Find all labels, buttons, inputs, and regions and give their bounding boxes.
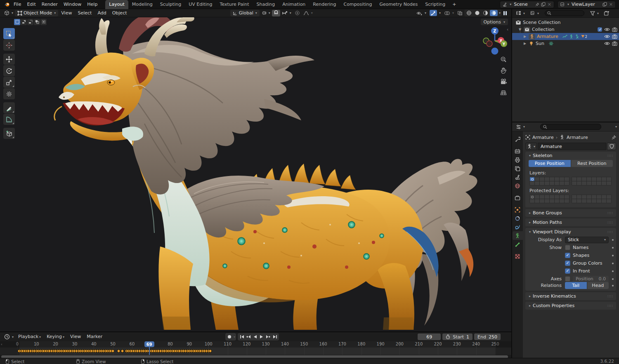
playhead[interactable]: 69 <box>144 341 154 347</box>
scene-name[interactable]: Scene <box>513 2 534 7</box>
layer-cell[interactable] <box>582 199 586 203</box>
disable-render-camera-icon[interactable] <box>612 27 617 32</box>
pivot-point-button[interactable]: ▾ <box>260 10 272 16</box>
camera-view-icon[interactable] <box>499 77 508 86</box>
layer-cell[interactable] <box>530 177 534 181</box>
drag-grip-icon[interactable]: ∷∷ <box>608 230 613 234</box>
workspace-tab-layout[interactable]: Layout <box>105 0 128 9</box>
shading-solid-button[interactable] <box>473 10 481 16</box>
proportional-falloff[interactable]: ▾ <box>302 10 314 16</box>
inverse-kinematics-section-header[interactable]: ▸Inverse Kinematics∷∷ <box>525 292 616 300</box>
layer-cell[interactable] <box>550 181 554 185</box>
transform-orientation[interactable]: Global ▾ <box>230 10 260 16</box>
workspace-tab-shading[interactable]: Shading <box>253 0 279 9</box>
timeline-menu-keying[interactable]: Keying▾ <box>44 332 67 342</box>
drag-grip-icon[interactable]: ∷∷ <box>608 304 613 308</box>
properties-options-dropdown[interactable]: ▾ <box>615 125 617 129</box>
drag-grip-icon[interactable]: ∷∷ <box>608 211 613 215</box>
layer-cell[interactable] <box>530 181 534 185</box>
close-icon[interactable]: × <box>609 2 613 7</box>
menu-help[interactable]: Help <box>84 0 100 9</box>
editor-type-button[interactable]: ▾ <box>2 10 15 16</box>
layer-cell[interactable] <box>565 195 569 199</box>
3d-viewport[interactable]: ▾ Object Mode ▾ ViewSelectAddObject Glob… <box>0 9 511 331</box>
outliner-search-input[interactable] <box>545 10 584 16</box>
layer-cell[interactable] <box>530 195 534 199</box>
animate-dot[interactable] <box>612 278 614 280</box>
scene-selector[interactable]: ▾ Scene × <box>500 1 554 8</box>
tab-tool[interactable] <box>513 135 523 143</box>
timeline-menu-playback[interactable]: Playback▾ <box>15 332 44 342</box>
layer-cell[interactable] <box>545 199 549 203</box>
layer-cell[interactable] <box>555 195 559 199</box>
tool-select-box[interactable] <box>3 28 15 39</box>
viewlayer-name[interactable]: ViewLayer <box>571 2 601 7</box>
gizmos-toggle[interactable]: ▾ <box>428 10 442 16</box>
tool-add-cube[interactable] <box>3 128 15 139</box>
layer-cell[interactable] <box>587 195 591 199</box>
disable-render-camera-icon[interactable] <box>612 34 617 39</box>
blender-logo-icon[interactable] <box>2 2 11 7</box>
timeline-menu-marker[interactable]: Marker <box>84 332 105 341</box>
pan-view-icon[interactable] <box>499 66 508 75</box>
workspace-tab-modeling[interactable]: Modeling <box>128 0 156 9</box>
duplicate-icon[interactable] <box>602 2 607 7</box>
layer-cell[interactable] <box>577 195 581 199</box>
zoom-view-icon[interactable] <box>499 55 508 63</box>
proportional-editing-toggle[interactable] <box>293 10 302 16</box>
expand-icon[interactable]: ▶ <box>523 35 527 38</box>
tab-output[interactable] <box>513 155 523 164</box>
duplicate-icon[interactable] <box>541 2 546 7</box>
tab-scene[interactable] <box>513 173 523 181</box>
outliner-row-armature[interactable]: ▶ Armature 2 <box>512 33 619 40</box>
axes-position-field[interactable]: Position 0.0 <box>573 276 609 282</box>
keyframe-diamond[interactable] <box>120 349 125 353</box>
options-button[interactable]: Options ▾ <box>481 19 508 25</box>
animate-dot[interactable] <box>612 263 614 264</box>
layer-cell[interactable] <box>555 181 559 185</box>
expand-icon[interactable]: ▼ <box>518 28 522 31</box>
axis-neg-z[interactable] <box>491 48 499 55</box>
motion-paths-section-header[interactable]: ▸Motion Paths∷∷ <box>525 218 616 226</box>
layer-cell[interactable] <box>535 195 539 199</box>
tab-object[interactable] <box>513 205 523 214</box>
layer-cell[interactable] <box>602 199 606 203</box>
xray-toggle[interactable] <box>456 10 464 16</box>
tab-render[interactable] <box>513 147 523 155</box>
layer-cell[interactable] <box>587 181 591 185</box>
timeline-collapse-arrow[interactable]: ‹ <box>1 342 2 346</box>
animate-dot[interactable] <box>612 285 614 287</box>
tool-transform[interactable] <box>3 88 15 99</box>
mode-selector[interactable]: Object Mode ▾ <box>15 10 58 16</box>
layer-cell[interactable] <box>607 195 611 199</box>
keyframe-diamond[interactable] <box>111 349 115 353</box>
viewlayer-selector[interactable]: ▾ ViewLayer × <box>558 1 616 8</box>
workspace-tab-scripting[interactable]: Scripting <box>421 0 449 9</box>
layer-cell[interactable] <box>587 199 591 203</box>
layer-cell[interactable] <box>560 195 564 199</box>
layer-cell[interactable] <box>582 195 586 199</box>
pin-icon[interactable] <box>612 135 616 140</box>
checkbox-group-colors[interactable] <box>565 261 570 266</box>
current-frame-field[interactable]: 69 <box>418 333 441 340</box>
fake-user-shield-button[interactable] <box>607 143 616 150</box>
animate-dot[interactable] <box>612 239 614 241</box>
layer-cell[interactable] <box>602 195 606 199</box>
pin-icon[interactable] <box>535 2 539 7</box>
menu-render[interactable]: Render <box>39 0 61 9</box>
layer-cell[interactable] <box>577 181 581 185</box>
tool-scale[interactable] <box>3 77 15 88</box>
shading-material-button[interactable] <box>482 10 489 16</box>
tool-rotate[interactable] <box>3 65 15 76</box>
layer-cell[interactable] <box>565 199 569 203</box>
workspace-tab-geometry-nodes[interactable]: Geometry Nodes <box>376 0 421 9</box>
layer-cell[interactable] <box>572 181 576 185</box>
breadcrumb-object[interactable]: Armature <box>532 135 554 140</box>
layer-cell[interactable] <box>587 177 591 181</box>
viewport-menu-select[interactable]: Select <box>75 9 95 18</box>
rest-position-button[interactable]: Rest Position <box>571 160 613 167</box>
tool-move[interactable] <box>3 54 15 65</box>
display-as-dropdown[interactable]: Stick ▾ <box>565 237 609 243</box>
hide-eye-icon[interactable] <box>604 34 610 39</box>
layer-cell[interactable] <box>540 199 544 203</box>
